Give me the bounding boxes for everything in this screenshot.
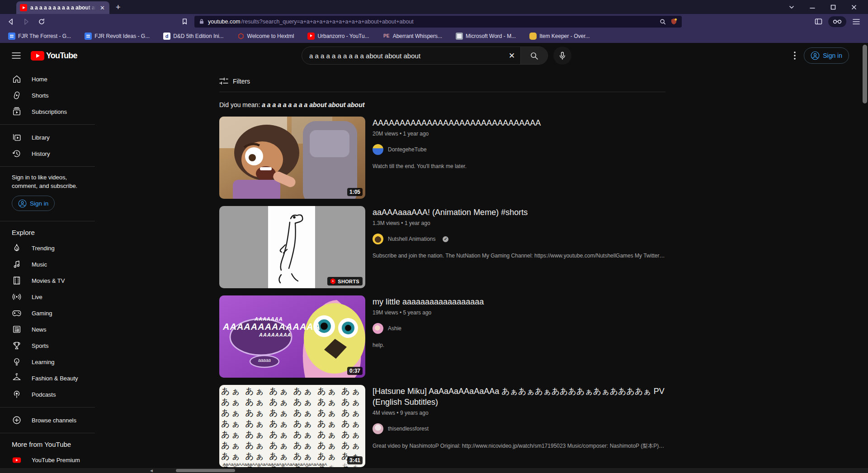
video-result: AAAAAAA AAAAAAAAAAAAAA AAAAAAAA aaaaa 0:…: [219, 295, 665, 378]
channel-row[interactable]: Ashie: [373, 323, 665, 334]
trending-icon: [12, 243, 22, 253]
bookmark-item[interactable]: dD&D 5th Edition Ini...: [163, 33, 223, 40]
sidebar-item-subscriptions[interactable]: Subscriptions: [0, 103, 95, 120]
thumbnail-art-doodle-dino: [219, 206, 365, 288]
video-thumbnail[interactable]: あぁ あぁ あぁ あぁ あぁ あぁ あぁ あぁ あぁ あぁ あぁ あぁ あぁ あ…: [219, 385, 365, 467]
filters-button[interactable]: Filters: [219, 75, 665, 92]
extension-pill-icon[interactable]: [828, 16, 846, 27]
sidebar-item-youtube-premium[interactable]: YouTube Premium: [0, 452, 95, 468]
tab-list-chevron-icon[interactable]: [781, 0, 802, 14]
sidebar-item-fashion[interactable]: Fashion & Beauty: [0, 370, 95, 386]
adblock-shield-icon[interactable]: [670, 18, 677, 25]
forward-button-icon[interactable]: [20, 16, 33, 28]
bookmark-item[interactable]: Microsoft Word - M...: [456, 33, 516, 40]
video-thumbnail[interactable]: SHORTS: [219, 206, 365, 288]
browser-toolbar: youtube.com/results?search_query=a+a+a+a…: [0, 14, 868, 29]
sidebar-divider: [0, 407, 95, 407]
minimize-icon[interactable]: [802, 0, 823, 14]
did-you-mean-query[interactable]: a a a a a a a a a about about about: [262, 101, 364, 108]
did-you-mean-label: Did you mean:: [219, 101, 260, 108]
thumb-small-bubble-text: aaaaa: [258, 358, 271, 363]
video-thumbnail[interactable]: 1:05: [219, 117, 365, 199]
youtube-logo[interactable]: YouTube: [31, 51, 77, 61]
browser-tab-bar: a a a a a a a a a a about about about ✕ …: [0, 0, 868, 14]
channel-name: Nutshell Animations: [388, 236, 435, 242]
sidebar-item-music[interactable]: Music: [0, 256, 95, 272]
window-controls: [781, 0, 864, 14]
shorts-logo-icon: [330, 278, 335, 284]
channel-row[interactable]: Nutshell Animations ✓: [373, 234, 665, 244]
bookmark-item[interactable]: PEAberrant Whispers...: [383, 33, 442, 40]
youtube-icon: [307, 33, 315, 40]
sidebar-item-home[interactable]: Home: [0, 71, 95, 87]
tab-close-icon[interactable]: ✕: [99, 4, 106, 12]
sidebar-item-history[interactable]: History: [0, 145, 95, 162]
sidebar-item-library[interactable]: Library: [0, 129, 95, 145]
scroll-left-arrow-icon[interactable]: ◄: [149, 468, 154, 473]
voice-search-button[interactable]: [553, 47, 571, 65]
bookmark-item[interactable]: Item Keeper - Over...: [529, 33, 590, 40]
podcasts-icon: [12, 389, 22, 399]
guide-menu-icon[interactable]: [7, 47, 25, 65]
horizontal-scrollbar-thumb[interactable]: [176, 469, 235, 472]
bookmark-item[interactable]: FJR Revolt Ideas - G...: [85, 33, 150, 40]
maximize-icon[interactable]: [823, 0, 844, 14]
url-bar[interactable]: youtube.com/results?search_query=a+a+a+a…: [194, 16, 682, 28]
channel-name: Ashie: [388, 325, 401, 332]
bookmark-item[interactable]: Urbanzorro - YouTu...: [307, 33, 369, 40]
sidebar-item-trending[interactable]: Trending: [0, 240, 95, 256]
duration-badge: 3:41: [347, 456, 363, 464]
search-input[interactable]: [302, 47, 503, 64]
url-path: /results?search_query=a+a+a+a+a+a+a+a+a+…: [241, 19, 414, 25]
history-icon: [12, 149, 22, 159]
url-search-icon[interactable]: [660, 19, 666, 25]
video-thumbnail[interactable]: AAAAAAA AAAAAAAAAAAAAA AAAAAAAA aaaaa 0:…: [219, 295, 365, 378]
word-doc-icon: [456, 33, 463, 40]
channel-row[interactable]: DontegeheTube: [373, 144, 665, 155]
learning-icon: [12, 357, 22, 367]
thumb-bubble-text: AAAAAAAAAAAAAA: [219, 322, 365, 332]
sign-in-button[interactable]: Sign in: [804, 47, 849, 64]
horizontal-scrollbar[interactable]: ◄: [0, 468, 868, 473]
sidebar-item-live[interactable]: Live: [0, 289, 95, 305]
bookmark-flag-icon[interactable]: [178, 16, 191, 28]
sidebar-divider: [0, 124, 95, 125]
reload-icon[interactable]: [35, 16, 48, 28]
sidebar-item-podcasts[interactable]: Podcasts: [0, 386, 95, 403]
youtube-premium-icon: [12, 455, 22, 465]
bookmark-item[interactable]: Welcome to Hextml: [237, 33, 294, 40]
lock-icon[interactable]: [199, 19, 204, 24]
sidebar-item-news[interactable]: News: [0, 321, 95, 337]
tab-title: a a a a a a a a a a about about about: [30, 5, 96, 11]
sidebar-item-learning[interactable]: Learning: [0, 354, 95, 370]
video-title[interactable]: [Hatsune Miku] AaAaAaAAaAaAAa あぁあぁあぁああああ…: [373, 386, 665, 407]
search-button[interactable]: [520, 47, 547, 64]
channel-avatar: [373, 323, 383, 334]
browser-menu-icon[interactable]: [850, 16, 863, 28]
sidebar-signin-text: Sign in to like videos,comment, and subs…: [0, 171, 90, 196]
close-window-icon[interactable]: [844, 0, 864, 14]
channel-row[interactable]: thisendlessforest: [373, 423, 665, 434]
sidebar-toggle-icon[interactable]: [812, 16, 825, 28]
bookmark-item[interactable]: FJR The Forrest - G...: [8, 33, 71, 40]
did-you-mean: Did you mean: a a a a a a a a a about ab…: [219, 92, 665, 117]
home-icon: [12, 74, 22, 84]
sidebar-item-shorts[interactable]: Shorts: [0, 87, 95, 103]
sidebar-item-gaming[interactable]: Gaming: [0, 305, 95, 321]
video-title[interactable]: AAAAAAAAAAAAAAAAAAAAAAAAAAAAAAA: [373, 117, 665, 128]
sidebar-item-movies[interactable]: Movies & TV: [0, 272, 95, 289]
video-title[interactable]: aaAAAaaaAAA! (Animation Meme) #shorts: [373, 207, 665, 218]
vertical-scrollbar-thumb[interactable]: [863, 45, 867, 103]
back-button-icon[interactable]: [5, 16, 17, 28]
clear-search-icon[interactable]: ✕: [503, 47, 520, 64]
sidebar-sign-in-button[interactable]: Sign in: [12, 196, 55, 211]
sidebar-item-browse-channels[interactable]: Browse channels: [0, 412, 95, 428]
music-icon: [12, 259, 22, 269]
new-tab-button[interactable]: +: [116, 3, 121, 12]
thumbnail-caption: AaAaAaAAaAaAAaAaAaAAaAaAAaAaAaAAaAaAAaA: [219, 462, 365, 467]
video-description: Great video by NashimotoP Original: http…: [373, 442, 665, 450]
video-title[interactable]: my little aaaaaaaaaaaaaaaaaa: [373, 296, 665, 307]
sidebar-item-sports[interactable]: Sports: [0, 337, 95, 354]
browser-tab[interactable]: a a a a a a a a a a about about about ✕: [16, 1, 109, 14]
header-kebab-icon[interactable]: [794, 52, 796, 60]
